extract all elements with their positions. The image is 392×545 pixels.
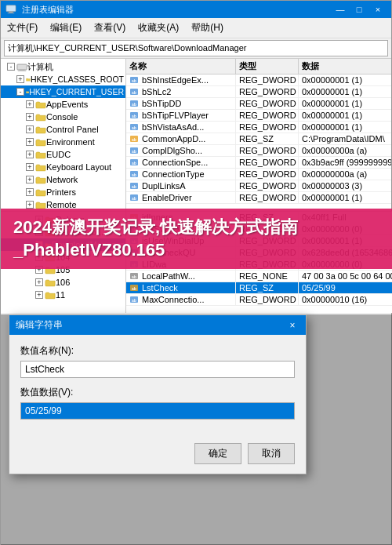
expand-network[interactable]: + xyxy=(26,176,34,183)
menu-file[interactable]: 文件(F) xyxy=(4,20,41,36)
current-user-label: HKEY_CURRENT_USER xyxy=(29,87,124,96)
table-row[interactable]: ab EnableDriver REG_DWORD 0x00000001 (1) xyxy=(126,192,391,204)
expand-106[interactable]: + xyxy=(35,278,43,286)
minimize-button[interactable]: — xyxy=(332,3,349,16)
tree-item-network[interactable]: + Network xyxy=(1,173,125,186)
reg-name-cell: ab CommonAppD... xyxy=(126,133,236,144)
lower-table-row[interactable]: ab LstCheck REG_SZ 05/25/99 xyxy=(126,282,392,294)
dialog-name-input[interactable] xyxy=(20,361,295,378)
dialog-cancel-button[interactable]: 取消 xyxy=(248,443,295,464)
expand-console[interactable]: + xyxy=(26,113,34,121)
dialog-name-label: 数值名称(N): xyxy=(20,344,295,358)
printers-label: Printers xyxy=(46,187,76,197)
lower-reg-name-cell: ab LstCheck xyxy=(126,282,236,293)
reg-data-cell: 0x00000001 (1) xyxy=(299,86,391,97)
lower-reg-type-cell: REG_SZ xyxy=(236,282,299,293)
lower-table-row[interactable]: ab MaxConnectio... REG_DWORD 0x00000010 … xyxy=(126,294,392,306)
reg-type-cell: REG_DWORD xyxy=(236,74,299,85)
tree-item-computer[interactable]: - 计算机 xyxy=(1,60,125,73)
dialog-close-button[interactable]: × xyxy=(285,319,299,332)
tree-item-console[interactable]: + Console xyxy=(1,111,125,123)
lower-table-row[interactable]: ab LocalPathW... REG_NONE 47 00 3a 00 5c… xyxy=(126,271,392,282)
table-row[interactable]: ab CommonAppD... REG_SZ C:\ProgramData\I… xyxy=(126,133,391,145)
tree-item-keyboard-layout[interactable]: + Keyboard Layout xyxy=(1,161,125,173)
svg-text:ab: ab xyxy=(132,274,136,279)
folder-106-label: 106 xyxy=(56,278,70,287)
classes-root-label: HKEY_CLASSES_ROOT xyxy=(31,74,124,84)
banner-overlay: 2024新澳开奖记录,快速解决方式指南_PhabletIVZ80.165 xyxy=(1,209,392,269)
expand-eudc[interactable]: + xyxy=(26,151,34,158)
table-row[interactable]: ab ConnectionSpe... REG_DWORD 0x3b9ac9ff… xyxy=(126,157,391,169)
reg-name-cell: ab bShLc2 xyxy=(126,86,236,97)
expand-11[interactable]: + xyxy=(35,291,43,299)
dialog-overlay: 编辑字符串 × 数值名称(N): 数值数据(V): 确定 取消 xyxy=(1,314,392,545)
title-bar-left: 注册表编辑器 xyxy=(5,4,74,16)
svg-rect-4 xyxy=(20,69,25,71)
expand-computer[interactable]: - xyxy=(7,63,15,71)
table-row[interactable]: ab ComplDlgSho... REG_DWORD 0x00000000a … xyxy=(126,145,391,157)
menu-edit[interactable]: 编辑(E) xyxy=(47,20,85,36)
reg-data-cell: 0x00000001 (1) xyxy=(299,74,391,85)
svg-rect-2 xyxy=(8,13,15,13)
table-row[interactable]: ab bShLc2 REG_DWORD 0x00000001 (1) xyxy=(126,86,391,98)
table-row[interactable]: ab bShTipFLVPlayer REG_DWORD 0x00000001 … xyxy=(126,110,391,122)
console-label: Console xyxy=(46,112,78,122)
reg-data-cell: 0x00000001 (1) xyxy=(299,98,391,109)
edit-string-dialog: 编辑字符串 × 数值名称(N): 数值数据(V): 确定 取消 xyxy=(9,314,307,474)
tree-item-eudc[interactable]: + EUDC xyxy=(1,148,125,161)
dialog-data-input[interactable] xyxy=(20,402,295,420)
folder-appevents-icon xyxy=(35,100,46,109)
dialog-title-bar: 编辑字符串 × xyxy=(9,315,306,335)
folder-console-icon xyxy=(35,113,46,122)
address-bar: 计算机\HKEY_CURRENT_USER\Software\DownloadM… xyxy=(4,40,388,56)
dialog-footer: 确定 取消 xyxy=(9,437,306,474)
tree-item-106[interactable]: + 106 xyxy=(1,276,125,289)
reg-type-cell: REG_DWORD xyxy=(236,110,299,121)
tree-item-control-panel[interactable]: + Control Panel xyxy=(1,123,125,136)
close-button[interactable]: × xyxy=(369,3,387,16)
registry-table-body: ab bShInstEdgeEx... REG_DWORD 0x00000001… xyxy=(126,74,391,204)
reg-data-cell: 0x00000001 (1) xyxy=(299,192,391,203)
svg-text:ab: ab xyxy=(132,161,136,165)
tree-item-11[interactable]: + 11 xyxy=(1,289,125,301)
menu-favorites[interactable]: 收藏夹(A) xyxy=(135,20,182,36)
expand-current-user[interactable]: - xyxy=(16,88,24,96)
dialog-title-text: 编辑字符串 xyxy=(16,318,63,332)
expand-keyboard-layout[interactable]: + xyxy=(26,163,34,171)
tree-item-environment[interactable]: + Environment xyxy=(1,136,125,148)
expand-printers[interactable]: + xyxy=(26,188,34,196)
tree-item-classes-root[interactable]: + HKEY_CLASSES_ROOT xyxy=(1,73,125,85)
table-row[interactable]: ab bShInstEdgeEx... REG_DWORD 0x00000001… xyxy=(126,74,391,86)
expand-environment[interactable]: + xyxy=(26,138,34,146)
keyboard-layout-label: Keyboard Layout xyxy=(46,162,111,172)
expand-control-panel[interactable]: + xyxy=(26,125,34,133)
table-row[interactable]: ab ConnectionType REG_DWORD 0x00000000a … xyxy=(126,169,391,180)
reg-type-cell: REG_SZ xyxy=(236,133,299,144)
svg-text:ab: ab xyxy=(132,149,136,154)
menu-help[interactable]: 帮助(H) xyxy=(188,20,227,36)
tree-item-printers[interactable]: + Printers xyxy=(1,186,125,198)
expand-appevents[interactable]: + xyxy=(26,100,34,108)
expand-classes-root[interactable]: + xyxy=(16,75,24,83)
title-bar: 注册表编辑器 — □ × xyxy=(1,1,391,18)
reg-name-cell: ab bShInstEdgeEx... xyxy=(126,74,236,85)
table-row[interactable]: ab bShVistaAsAd... REG_DWORD 0x00000001 … xyxy=(126,122,391,133)
lower-reg-type-cell: REG_DWORD xyxy=(236,294,299,305)
lower-reg-data-cell: 47 00 3a 00 5c 00 64 00 6f 00 77 00 6e 0… xyxy=(299,271,392,282)
menu-view[interactable]: 查看(V) xyxy=(91,20,129,36)
network-label: Network xyxy=(46,175,78,184)
tree-item-current-user[interactable]: - HKEY_CURRENT_USER xyxy=(1,85,125,98)
reg-type-cell: REG_DWORD xyxy=(236,145,299,156)
table-row[interactable]: ab bShTipDD REG_DWORD 0x00000001 (1) xyxy=(126,98,391,110)
table-row[interactable]: ab DuplLinksA REG_DWORD 0x00000003 (3) xyxy=(126,180,391,192)
folder-106-icon xyxy=(45,278,56,287)
reg-name-cell: ab DuplLinksA xyxy=(126,180,236,191)
title-controls: — □ × xyxy=(332,3,387,16)
eudc-label: EUDC xyxy=(46,150,71,159)
dialog-ok-button[interactable]: 确定 xyxy=(194,443,241,464)
app-icon xyxy=(5,5,16,14)
expand-remote[interactable]: + xyxy=(26,201,34,209)
lower-reg-type-cell: REG_NONE xyxy=(236,271,299,282)
maximize-button[interactable]: □ xyxy=(350,3,368,16)
tree-item-appevents[interactable]: + AppEvents xyxy=(1,98,125,111)
